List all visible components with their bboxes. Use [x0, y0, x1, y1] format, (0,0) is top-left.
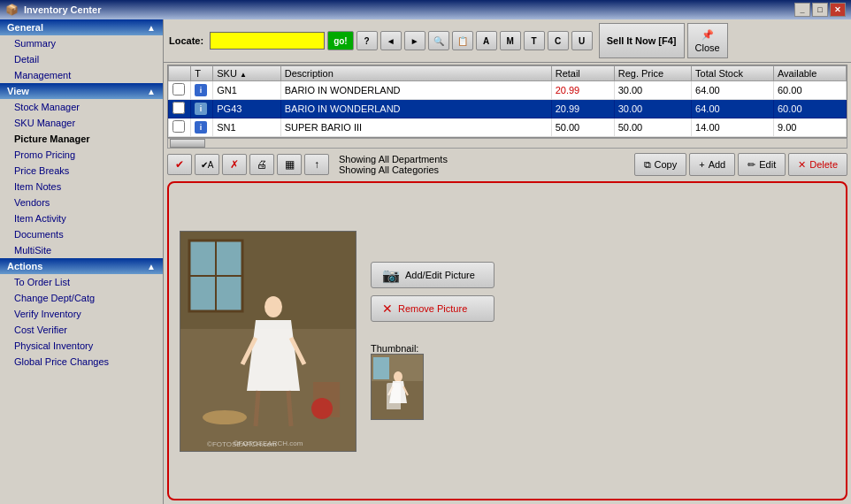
u-button[interactable]: U [571, 31, 593, 50]
sidebar-item-price-breaks[interactable]: Price Breaks [0, 163, 163, 179]
svg-point-13 [203, 410, 247, 424]
go-button[interactable]: go! [327, 31, 354, 50]
delete-icon: ✕ [798, 159, 806, 171]
alpha-button[interactable]: ✔A [195, 154, 219, 175]
sidebar-item-change-dept[interactable]: Change Dept/Catg [0, 290, 163, 306]
a-button[interactable]: A [476, 31, 497, 50]
thumbnail-image [371, 354, 424, 420]
layout-button[interactable]: ▦ [277, 154, 302, 175]
cell-reg-price: 30.00 [614, 81, 691, 100]
maximize-button[interactable]: □ [812, 3, 828, 17]
sidebar-item-promo-pricing[interactable]: Promo Pricing [0, 147, 163, 163]
sidebar-item-detail[interactable]: Detail [0, 51, 163, 67]
sidebar-section-view[interactable]: View ▲ [0, 83, 163, 99]
sidebar-item-documents[interactable]: Documents [0, 226, 163, 242]
col-sku[interactable]: SKU ▲ [213, 66, 280, 81]
close-button[interactable]: 📌 Close [687, 23, 728, 58]
sidebar-item-sku-manager[interactable]: SKU Manager [0, 115, 163, 131]
type-icon: i [195, 103, 207, 115]
row-checkbox[interactable] [172, 102, 185, 114]
sidebar-item-to-order-list[interactable]: To Order List [0, 274, 163, 290]
sell-it-now-button[interactable]: Sell It Now [F4] [599, 23, 685, 58]
copy-icon: ⧉ [644, 159, 651, 171]
row-checkbox[interactable] [172, 120, 185, 133]
col-retail: Retail [551, 66, 614, 81]
col-total-stock: Total Stock [692, 66, 774, 81]
cell-sku: SN1 [213, 118, 280, 137]
delete-button[interactable]: ✕ Delete [788, 153, 847, 176]
main-content: Locate: go! ? ◄ ► 🔍 📋 A M T C U Sell It … [164, 19, 851, 504]
search-button[interactable]: 🔍 [428, 31, 449, 50]
sidebar-item-item-notes[interactable]: Item Notes [0, 179, 163, 195]
m-button[interactable]: M [500, 31, 521, 50]
cell-description: BARIO IN WONDERLAND [280, 100, 551, 118]
sidebar-item-verify-inventory[interactable]: Verify Inventory [0, 306, 163, 322]
svg-line-12 [288, 391, 291, 426]
next-button[interactable]: ► [404, 31, 426, 50]
sidebar-item-summary[interactable]: Summary [0, 35, 163, 51]
horizontal-scrollbar[interactable] [167, 138, 847, 149]
col-check [169, 66, 191, 81]
locate-input[interactable] [210, 32, 325, 50]
sidebar-item-management[interactable]: Management [0, 67, 163, 83]
svg-point-15 [311, 398, 333, 419]
cell-retail: 20.99 [551, 100, 614, 118]
cell-total-stock: 64.00 [692, 100, 774, 118]
row-checkbox[interactable] [172, 83, 185, 95]
x-button[interactable]: ✗ [222, 154, 247, 175]
sidebar-item-stock-manager[interactable]: Stock Manager [0, 99, 163, 115]
edit-button[interactable]: ✏ Edit [738, 153, 786, 176]
svg-text:©FOTOSEARCH.com: ©FOTOSEARCH.com [207, 440, 277, 448]
svg-line-22 [388, 386, 393, 395]
cell-description: BARIO IN WONDERLAND [280, 81, 551, 100]
sidebar-item-vendors[interactable]: Vendors [0, 195, 163, 210]
sidebar-item-item-activity[interactable]: Item Activity [0, 210, 163, 226]
close-icon: 📌 [702, 29, 714, 41]
cell-total-stock: 14.00 [692, 118, 774, 137]
type-icon: i [195, 121, 207, 134]
add-edit-picture-button[interactable]: 📷 Add/Edit Picture [371, 262, 494, 288]
svg-marker-8 [247, 320, 300, 391]
minimize-button[interactable]: _ [794, 3, 810, 17]
table-row[interactable]: i GN1 BARIO IN WONDERLAND 20.99 30.00 64… [169, 81, 847, 100]
sidebar-section-general[interactable]: General ▲ [0, 19, 163, 35]
app-icon: 📦 [5, 4, 19, 16]
col-available: Available [773, 66, 846, 81]
main-picture: ©FOTOSEARCH.com [180, 232, 356, 451]
print-button[interactable]: 🖨 [249, 154, 274, 175]
cell-reg-price: 50.00 [614, 118, 691, 137]
sidebar-item-global-price-changes[interactable]: Global Price Changes [0, 354, 163, 370]
cell-available: 9.00 [773, 118, 846, 137]
sidebar-item-physical-inventory[interactable]: Physical Inventory [0, 338, 163, 354]
copy-toolbar-button[interactable]: 📋 [452, 31, 473, 50]
scroll-thumb[interactable] [170, 139, 205, 148]
cell-retail: 20.99 [551, 81, 614, 100]
help-button[interactable]: ? [356, 31, 378, 50]
window-close-button[interactable]: ✕ [830, 3, 846, 17]
sidebar-item-multisite[interactable]: MultiSite [0, 242, 163, 258]
chevron-up-icon: ▲ [147, 23, 156, 33]
remove-picture-button[interactable]: ✕ Remove Picture [371, 295, 494, 322]
sidebar-section-actions[interactable]: Actions ▲ [0, 258, 163, 274]
chevron-up-icon-actions: ▲ [147, 262, 156, 271]
checkmark-button[interactable]: ✔ [167, 154, 192, 175]
picture-controls: 📷 Add/Edit Picture ✕ Remove Picture Thum… [371, 262, 494, 420]
t-button[interactable]: T [524, 31, 545, 50]
prev-button[interactable]: ◄ [380, 31, 402, 50]
table-row[interactable]: i PG43 BARIO IN WONDERLAND 20.99 30.00 6… [169, 100, 847, 118]
app-title: Inventory Center [24, 4, 101, 15]
copy-button[interactable]: ⧉ Copy [634, 153, 687, 176]
col-type: T [191, 66, 213, 81]
sidebar-item-picture-manager[interactable]: Picture Manager [0, 131, 163, 147]
remove-icon: ✕ [382, 302, 393, 316]
sidebar-item-cost-verifier[interactable]: Cost Verifier [0, 322, 163, 338]
table-row[interactable]: i SN1 SUPER BARIO III 50.00 50.00 14.00 … [169, 118, 847, 137]
c-button[interactable]: C [548, 31, 569, 50]
upload-button[interactable]: ↑ [304, 154, 329, 175]
add-button[interactable]: + Add [689, 153, 735, 176]
camera-icon: 📷 [382, 267, 400, 284]
svg-point-7 [264, 296, 282, 317]
cell-reg-price: 30.00 [614, 100, 691, 118]
main-picture-frame: ©FOTOSEARCH.com [180, 231, 356, 452]
col-reg-price: Reg. Price [614, 66, 691, 81]
